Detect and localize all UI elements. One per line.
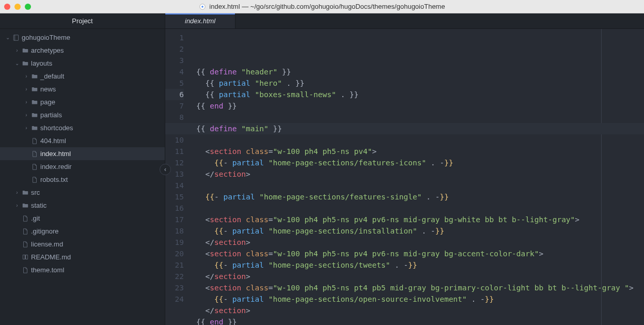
- line-number[interactable]: 8: [165, 112, 184, 123]
- line-number[interactable]: 11: [165, 146, 184, 157]
- tree-item--default[interactable]: ›_default: [0, 70, 165, 83]
- maximize-window-button[interactable]: [25, 4, 31, 10]
- chevron-right-icon[interactable]: ›: [23, 86, 30, 92]
- tree-item--gitignore[interactable]: .gitignore: [0, 225, 165, 238]
- code-line[interactable]: {{ define "main" }}: [193, 123, 644, 134]
- line-number[interactable]: 15: [165, 191, 184, 203]
- line-number[interactable]: 4: [165, 66, 184, 78]
- tree-item-label: _default: [39, 72, 64, 80]
- tab-label: index.html: [185, 17, 215, 25]
- tree-item-index-html[interactable]: index.html: [0, 147, 165, 160]
- collapse-sidebar-button[interactable]: ‹: [160, 164, 171, 175]
- code-line[interactable]: [193, 180, 644, 191]
- code-line[interactable]: <section class="w-100 ph4 ph5-ns pt4 pb5…: [193, 282, 644, 293]
- tree-item-robots-txt[interactable]: robots.txt: [0, 173, 165, 186]
- tab-bar: index.html: [165, 13, 644, 29]
- line-number[interactable]: 10: [165, 134, 184, 146]
- code-line[interactable]: {{- partial "home-page-sections/features…: [193, 191, 644, 203]
- chevron-right-icon[interactable]: ›: [13, 203, 21, 208]
- code-line[interactable]: {{- partial "home-page-sections/features…: [193, 157, 644, 168]
- line-number[interactable]: 18: [165, 225, 184, 237]
- tree-item-partials[interactable]: ›partials: [0, 109, 165, 121]
- minimize-window-button[interactable]: [14, 4, 21, 10]
- chevron-down-icon[interactable]: ⌄: [4, 35, 11, 40]
- tab-index-html[interactable]: index.html: [165, 13, 235, 28]
- project-sidebar: Project ⌄gohugoioTheme›archetypes⌄layout…: [0, 13, 165, 325]
- line-number[interactable]: 7: [165, 100, 184, 112]
- tree-item-archetypes[interactable]: ›archetypes: [0, 44, 165, 57]
- line-number[interactable]: 1: [165, 32, 184, 43]
- code-line[interactable]: [193, 134, 644, 146]
- tree-item-label: index.redir: [39, 163, 72, 171]
- code-line[interactable]: <section class="w-100 ph4 ph5-ns pv4">: [193, 146, 644, 157]
- chevron-right-icon[interactable]: ›: [13, 190, 21, 195]
- file-tree[interactable]: ⌄gohugoioTheme›archetypes⌄layouts›_defau…: [0, 29, 165, 325]
- chevron-right-icon[interactable]: ›: [23, 99, 30, 105]
- code-line[interactable]: <section class="w-100 ph4 ph5-ns pv4 pv6…: [193, 214, 644, 225]
- code-line[interactable]: </section>: [193, 168, 644, 180]
- tree-item-label: robots.txt: [39, 176, 68, 183]
- line-number[interactable]: 17: [165, 214, 184, 225]
- tree-item-theme-toml[interactable]: theme.toml: [0, 264, 165, 276]
- tree-item-page[interactable]: ›page: [0, 96, 165, 109]
- code-line[interactable]: {{- partial "home-page-sections/open-sou…: [193, 293, 644, 305]
- code-line[interactable]: [193, 203, 644, 214]
- chevron-right-icon[interactable]: ›: [23, 125, 30, 131]
- code-line[interactable]: {{ define "header" }}: [193, 66, 644, 78]
- tree-item-layouts[interactable]: ⌄layouts: [0, 57, 165, 70]
- tree-item-license-md[interactable]: license.md: [0, 238, 165, 251]
- code-line[interactable]: <section class="w-100 ph4 ph5-ns pv4 pv6…: [193, 248, 644, 259]
- chevron-right-icon[interactable]: ›: [13, 48, 21, 53]
- tree-item-label: archetypes: [30, 47, 64, 54]
- window-title-text: index.html — ~/go/src/github.com/gohugoi…: [209, 3, 445, 10]
- code-content[interactable]: {{ define "header" }} {{ partial "hero" …: [193, 29, 644, 325]
- close-window-button[interactable]: [4, 4, 10, 10]
- traffic-lights: [4, 4, 31, 10]
- line-number[interactable]: 20: [165, 248, 184, 259]
- code-line[interactable]: {{ end }}: [193, 100, 644, 112]
- editor-pane: index.html 12345678910111213141516171819…: [165, 13, 644, 325]
- code-line[interactable]: {{ end }}: [193, 316, 644, 325]
- tree-item-label: page: [39, 98, 55, 106]
- line-number[interactable]: 21: [165, 259, 184, 271]
- tree-item-index-redir[interactable]: index.redir: [0, 160, 165, 173]
- folder-icon: [21, 189, 30, 196]
- tree-item-label: index.html: [39, 150, 71, 158]
- code-line[interactable]: </section>: [193, 271, 644, 282]
- file-icon: [21, 228, 30, 235]
- code-line[interactable]: {{ partial "boxes-small-news" . }}: [193, 89, 644, 100]
- code-editor[interactable]: 123456789101112131415161718192021222324 …: [165, 29, 644, 325]
- folder-icon: [30, 125, 39, 132]
- tree-item-label: README.md: [30, 253, 71, 261]
- line-number[interactable]: 14: [165, 180, 184, 191]
- tree-item-shortcodes[interactable]: ›shortcodes: [0, 121, 165, 134]
- line-number[interactable]: 3: [165, 55, 184, 66]
- line-number[interactable]: 2: [165, 43, 184, 55]
- line-number[interactable]: 5: [165, 78, 184, 89]
- line-number[interactable]: 22: [165, 271, 184, 282]
- line-number[interactable]: 19: [165, 237, 184, 248]
- code-line[interactable]: </section>: [193, 237, 644, 248]
- chevron-down-icon[interactable]: ⌄: [13, 60, 21, 66]
- code-line[interactable]: {{- partial "home-page-sections/installa…: [193, 225, 644, 237]
- book-icon: [21, 254, 30, 261]
- line-number[interactable]: 24: [165, 293, 184, 305]
- line-number[interactable]: 6: [165, 89, 184, 100]
- chevron-right-icon[interactable]: ›: [23, 112, 30, 118]
- code-line[interactable]: {{ partial "hero" . }}: [193, 78, 644, 89]
- tree-item-404-html[interactable]: 404.html: [0, 134, 165, 147]
- tree-item-gohugoiotheme[interactable]: ⌄gohugoioTheme: [0, 31, 165, 44]
- code-line[interactable]: </section>: [193, 305, 644, 316]
- chevron-right-icon[interactable]: ›: [23, 73, 30, 79]
- tree-item-static[interactable]: ›static: [0, 199, 165, 212]
- tree-item--git[interactable]: .git: [0, 212, 165, 225]
- tree-item-src[interactable]: ›src: [0, 186, 165, 199]
- line-number[interactable]: 16: [165, 203, 184, 214]
- code-line[interactable]: {{- partial "home-page-sections/tweets" …: [193, 259, 644, 271]
- line-number[interactable]: 23: [165, 282, 184, 293]
- tree-item-news[interactable]: ›news: [0, 83, 165, 96]
- file-icon: [21, 241, 30, 248]
- folder-icon: [30, 112, 39, 119]
- code-line[interactable]: [193, 112, 644, 123]
- tree-item-readme-md[interactable]: README.md: [0, 251, 165, 264]
